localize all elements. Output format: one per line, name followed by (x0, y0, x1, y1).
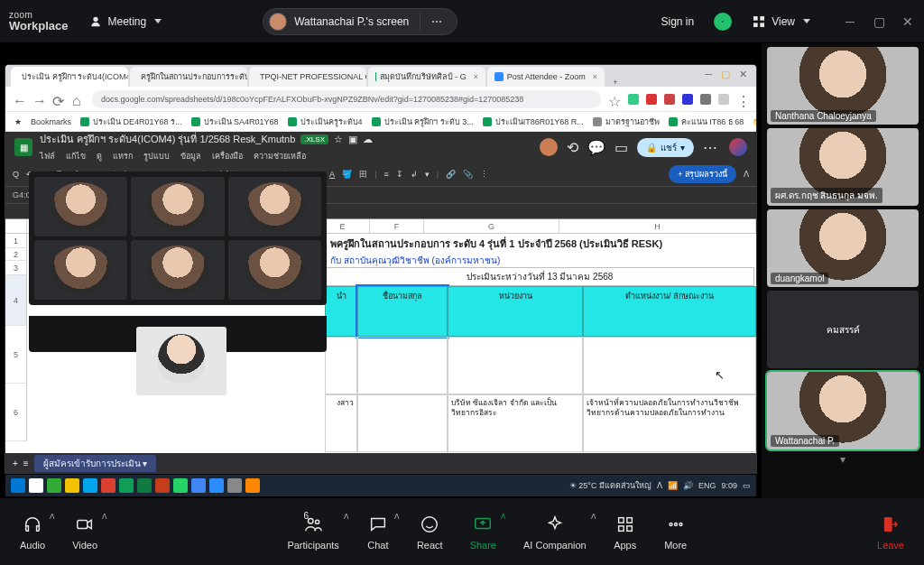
row-header[interactable]: 5 (5, 326, 27, 384)
minimize-button[interactable]: ─ (705, 69, 712, 80)
menu-item[interactable]: ไฟล์ (40, 150, 55, 162)
react-button[interactable]: React (417, 513, 443, 551)
app-icon[interactable] (227, 478, 242, 493)
sign-in-button[interactable]: Sign in (654, 12, 702, 32)
apps-button[interactable]: Apps (614, 513, 637, 551)
column-header[interactable]: G (424, 219, 559, 233)
explore-pill[interactable]: + สรุปผลรวงนี้ (669, 165, 736, 183)
comment-icon[interactable]: 💬 (587, 139, 605, 156)
line-icon[interactable] (173, 478, 188, 493)
all-sheets-button[interactable]: ≡ (23, 458, 29, 468)
bookmark-item[interactable]: คะแนน IT86 ธ 68 (669, 116, 744, 128)
excel-icon[interactable] (137, 478, 152, 493)
sharing-indicator-pill[interactable]: Wattanachai P.'s screen ⋯ (263, 8, 457, 35)
chrome-tab[interactable]: Post Attendee - Zoom× (487, 67, 605, 87)
row-header[interactable]: 6 (5, 384, 27, 441)
cloud-icon[interactable]: ☁ (363, 134, 373, 145)
participant-tile[interactable]: duangkamol (767, 209, 919, 287)
chevron-down-icon[interactable]: ▾ (767, 453, 919, 469)
borders-icon[interactable]: 田 (359, 169, 367, 181)
add-sheet-button[interactable]: + (13, 458, 18, 468)
language-indicator[interactable]: ENG (698, 481, 716, 490)
encryption-shield-icon[interactable] (714, 13, 732, 31)
more-button[interactable]: More (664, 513, 688, 551)
menu-item[interactable]: ความช่วยเหลือ (254, 150, 306, 162)
column-header[interactable]: H (559, 219, 756, 233)
audio-button[interactable]: ᐱ Audio (20, 513, 45, 551)
share-button[interactable]: 🔒 แชร์ ▾ (637, 138, 694, 157)
history-icon[interactable]: ⟲ (567, 139, 578, 156)
star-icon[interactable]: ☆ (608, 93, 621, 106)
row-header[interactable]: 3 (5, 261, 27, 275)
back-icon[interactable]: ← (13, 93, 25, 106)
close-button[interactable]: ✕ (739, 69, 747, 80)
participant-tile[interactable]: ผศ.ดร.กฤช สินธนกุล มจพ. (767, 128, 919, 206)
chrome-tab[interactable]: TPQI-NET PROFESSIONAL C× (249, 67, 366, 87)
new-tab-button[interactable]: + (606, 78, 624, 87)
explorer-icon[interactable] (65, 478, 79, 493)
close-icon[interactable]: × (593, 72, 597, 81)
sheet-tab[interactable]: ผู้สมัครเข้ารับการประเมิน ▾ (34, 455, 157, 472)
presenter-thumb[interactable] (136, 327, 226, 395)
forward-icon[interactable]: → (32, 93, 45, 106)
column-header[interactable]: F (370, 219, 424, 233)
bookmark-item[interactable]: ประเมินIT86R01Y68 R... (483, 116, 584, 128)
extension-icon[interactable] (628, 94, 639, 105)
bookmark-item[interactable]: ประเมิน SA4R01Y68 (191, 116, 279, 128)
row-header[interactable]: 1 (5, 234, 27, 248)
bookmark-item[interactable]: ประเมิน ครูฝึกฯ ระดับ 3... (372, 116, 474, 128)
ellipsis-icon[interactable]: ⋯ (431, 15, 444, 28)
reload-icon[interactable]: ⟳ (52, 93, 65, 106)
weather-widget[interactable]: ☀ 25°C มีแดดส่วนใหญ่ (569, 479, 651, 492)
notifications-icon[interactable]: ▭ (743, 481, 751, 490)
participant-thumb[interactable] (131, 240, 224, 300)
extension-icon[interactable] (700, 94, 711, 105)
app-icon[interactable] (245, 478, 260, 493)
tray-chevron-icon[interactable]: ᐱ (657, 481, 662, 490)
close-button[interactable]: ✕ (901, 14, 915, 29)
powerpoint-icon[interactable] (155, 478, 170, 493)
chrome-tab[interactable]: ครูฝึกในสถานประกอบการระดับ× (130, 67, 247, 87)
meeting-dropdown[interactable]: Meeting (81, 11, 170, 32)
fill-color-icon[interactable]: 🪣 (342, 170, 352, 179)
bookmark-item[interactable]: ประเมินครูระดับ4 (288, 116, 363, 128)
move-icon[interactable]: ▣ (348, 134, 357, 145)
menu-item[interactable]: แทรก (113, 150, 133, 162)
video-button[interactable]: ᐱ Video (72, 513, 97, 551)
chevron-up-icon[interactable]: ᐱ (591, 513, 596, 521)
chevron-up-icon[interactable]: ᐱ (344, 513, 348, 521)
meet-icon[interactable]: ▭ (614, 139, 628, 156)
menu-item[interactable]: เครื่องมือ (212, 150, 243, 162)
search-icon[interactable]: Q (13, 170, 19, 179)
chrome-tab[interactable]: ประเมิน ครูฝึกฯ ระดับ4(ICOM4)× (11, 67, 128, 87)
doc-name[interactable]: ประเมิน ครูฝึกฯ ระดับ4(ICOM4) รุ่นที่ 1/… (40, 131, 373, 147)
extension-icon[interactable] (646, 94, 657, 105)
participant-thumb[interactable] (34, 240, 127, 300)
all-bookmarks-button[interactable]: 📁 บุ๊กมาร์กทั้งหมด (753, 116, 756, 128)
edge-icon[interactable] (83, 478, 97, 493)
collaborator-avatar-icon[interactable] (540, 138, 558, 156)
participant-thumb[interactable] (228, 177, 321, 236)
chrome-icon[interactable] (191, 478, 206, 493)
participant-thumb[interactable] (34, 177, 127, 236)
chat-button[interactable]: ᐱ Chat (366, 513, 390, 551)
view-dropdown[interactable]: View (744, 11, 818, 32)
extension-icon[interactable] (664, 94, 675, 105)
row-header[interactable]: 4 (5, 275, 27, 326)
menu-item[interactable]: ดู (97, 150, 102, 162)
share-screen-button[interactable]: ᐱ Share (470, 513, 496, 551)
participants-button[interactable]: 6 ᐱ Participants (287, 513, 338, 551)
maximize-button[interactable]: ▢ (872, 14, 886, 29)
menu-item[interactable]: ข้อมูล (180, 150, 201, 162)
chevron-up-icon[interactable]: ᐱ (394, 513, 399, 521)
participant-tile[interactable]: คมสรรค์ (767, 291, 919, 368)
leave-button[interactable]: Leave (877, 513, 904, 551)
extension-icon[interactable] (682, 94, 693, 105)
ai-companion-button[interactable]: ᐱ AI Companion (523, 513, 587, 551)
bookmark-item[interactable]: ประเมิน DE4R01Y68 ร... (80, 116, 182, 128)
dots-icon[interactable]: ⋯ (703, 139, 720, 156)
row-header[interactable]: 2 (5, 248, 27, 261)
menu-item[interactable]: รูปแบบ (143, 150, 170, 162)
bookmark-item[interactable]: มาตรฐานอาชีพ (593, 116, 660, 128)
chrome-menu-icon[interactable]: ⋮ (736, 93, 749, 106)
